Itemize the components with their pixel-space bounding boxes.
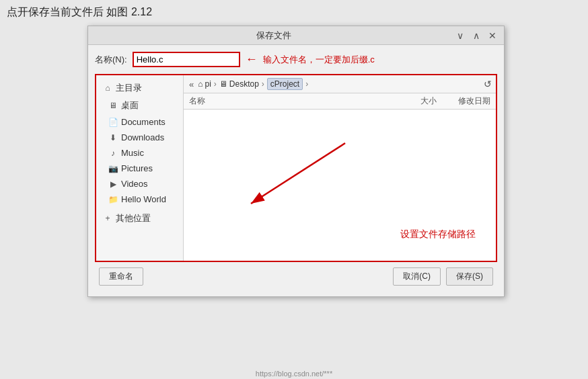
sidebar-other-label: 其他位置 <box>116 212 151 224</box>
filename-input[interactable] <box>133 52 240 67</box>
dialog-footer: 重命名 取消(C) 保存(S) <box>95 262 497 290</box>
cancel-button[interactable]: 取消(C) <box>393 267 441 286</box>
breadcrumb-sep1: › <box>214 79 217 89</box>
save-file-dialog: 保存文件 ∨ ∧ ✕ 名称(N): ← 输入文件名，一定要加后缀.c ⌂ 主目录 <box>87 26 505 297</box>
sidebar-item-helloworld[interactable]: 📁 Hello World <box>96 192 183 207</box>
col-date-header: 修改日期 <box>437 95 490 107</box>
watermark: https://blog.csdn.net/*** <box>256 370 332 378</box>
music-icon: ♪ <box>108 149 118 158</box>
downloads-icon: ⬇ <box>108 133 118 142</box>
main-area: ⌂ 主目录 🖥 桌面 📄 Documents ⬇ Downloads ♪ <box>95 74 497 262</box>
breadcrumb-sep3: › <box>305 79 308 89</box>
sidebar-documents-label: Documents <box>121 117 166 127</box>
sidebar-home[interactable]: ⌂ 主目录 <box>96 79 183 97</box>
filename-row: 名称(N): ← 输入文件名，一定要加后缀.c <box>95 52 497 67</box>
desktop-icon: 🖥 <box>108 101 118 110</box>
plus-icon: + <box>103 214 112 223</box>
sidebar-music-label: Music <box>121 148 144 158</box>
sidebar-item-downloads[interactable]: ⬇ Downloads <box>96 130 183 145</box>
sidebar-videos-label: Videos <box>121 179 148 189</box>
sidebar: ⌂ 主目录 🖥 桌面 📄 Documents ⬇ Downloads ♪ <box>96 75 184 261</box>
page-annotation: 点开保存当前文件后 如图 2.12 <box>7 5 152 19</box>
filename-label: 名称(N): <box>95 54 127 66</box>
sidebar-item-desktop[interactable]: 🖥 桌面 <box>96 97 183 114</box>
sidebar-helloworld-label: Hello World <box>121 194 166 204</box>
minimize-button[interactable]: ∨ <box>454 30 466 41</box>
breadcrumb-home[interactable]: ⌂ pi <box>198 79 211 89</box>
breadcrumb-desktop-icon: 🖥 <box>219 79 227 89</box>
file-list-body: 设置文件存储路径 <box>184 110 496 261</box>
svg-line-1 <box>251 143 345 204</box>
pictures-icon: 📷 <box>108 164 118 173</box>
col-size-header: 大小 <box>396 95 437 107</box>
dialog-titlebar: 保存文件 ∨ ∧ ✕ <box>88 26 504 45</box>
titlebar-controls: ∨ ∧ ✕ <box>454 30 499 41</box>
sidebar-desktop-label: 桌面 <box>121 99 139 112</box>
save-button[interactable]: 保存(S) <box>446 267 493 286</box>
videos-icon: ▶ <box>108 179 118 189</box>
breadcrumb-desktop-label: Desktop <box>229 79 259 89</box>
sidebar-item-music[interactable]: ♪ Music <box>96 145 183 161</box>
breadcrumb-cproject[interactable]: cProject <box>267 78 303 90</box>
filename-hint: 输入文件名，一定要加后缀.c <box>263 54 375 66</box>
folder-icon: 📁 <box>108 195 118 204</box>
maximize-button[interactable]: ∧ <box>470 30 482 41</box>
breadcrumb-home-label: pi <box>205 79 211 89</box>
file-list-header: 名称 大小 修改日期 <box>184 93 496 110</box>
col-name-header: 名称 <box>189 95 396 107</box>
dialog-body: 名称(N): ← 输入文件名，一定要加后缀.c ⌂ 主目录 🖥 桌面 📄 Doc <box>88 45 504 296</box>
sidebar-other-locations[interactable]: + 其他位置 <box>96 210 183 227</box>
refresh-button[interactable]: ↺ <box>484 79 492 89</box>
home-icon: ⌂ <box>103 83 112 93</box>
close-button[interactable]: ✕ <box>486 30 499 41</box>
breadcrumb-bar: « ⌂ pi › 🖥 Desktop › cProject › ↺ <box>184 75 496 93</box>
filename-arrow: ← <box>246 52 258 67</box>
sidebar-home-label: 主目录 <box>116 82 142 94</box>
content-area: « ⌂ pi › 🖥 Desktop › cProject › ↺ <box>184 75 496 261</box>
sidebar-item-documents[interactable]: 📄 Documents <box>96 114 183 130</box>
breadcrumb-sep2: › <box>262 79 264 89</box>
breadcrumb-back-button[interactable]: « <box>188 79 195 89</box>
sidebar-item-pictures[interactable]: 📷 Pictures <box>96 161 183 176</box>
sidebar-downloads-label: Downloads <box>121 132 164 142</box>
dialog-title: 保存文件 <box>94 30 454 42</box>
rename-button[interactable]: 重命名 <box>99 267 143 286</box>
sidebar-item-videos[interactable]: ▶ Videos <box>96 176 183 192</box>
set-path-annotation: 设置文件存储路径 <box>400 228 476 241</box>
breadcrumb-desktop[interactable]: 🖥 Desktop <box>219 79 259 89</box>
breadcrumb-home-icon: ⌂ <box>198 79 203 89</box>
documents-icon: 📄 <box>108 118 118 127</box>
path-annotation-arrow <box>211 123 399 230</box>
breadcrumb-cproject-label: cProject <box>270 79 299 89</box>
sidebar-pictures-label: Pictures <box>121 163 153 173</box>
